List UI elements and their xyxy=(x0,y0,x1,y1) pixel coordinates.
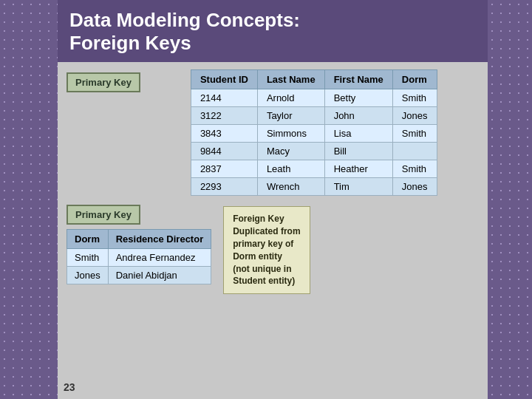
right-decoration xyxy=(488,0,532,399)
fk-note-line4: Dorm entity xyxy=(233,251,282,262)
student-section: Primary Key Student ID Last Name First N… xyxy=(66,69,479,196)
col-residence-director: Residence Director xyxy=(108,230,211,249)
table-cell: Leath xyxy=(257,160,324,178)
table-row: SmithAndrea Fernandez xyxy=(67,249,211,267)
table-cell: 3843 xyxy=(191,125,257,143)
table-cell: 2144 xyxy=(191,89,257,107)
title-line2: Foreign Keys xyxy=(69,32,191,54)
table-row: 3843SimmonsLisaSmith xyxy=(191,125,437,143)
table-cell: Jones xyxy=(392,178,437,196)
page: Data Modeling Concepts: Foreign Keys Pri… xyxy=(0,0,532,399)
fk-note-line6: Student entity) xyxy=(233,276,295,286)
col-student-id: Student ID xyxy=(191,70,257,89)
left-decoration xyxy=(0,0,58,399)
title-line1: Data Modeling Concepts: xyxy=(69,9,300,31)
table-cell: John xyxy=(324,107,392,125)
table-cell: 3122 xyxy=(191,107,257,125)
fk-note-line1: Foreign Key xyxy=(233,214,284,224)
col-dorm-name: Dorm xyxy=(67,230,109,249)
table-cell: Arnold xyxy=(257,89,324,107)
student-table: Student ID Last Name First Name Dorm 214… xyxy=(191,69,437,196)
header: Data Modeling Concepts: Foreign Keys xyxy=(58,0,488,62)
table-cell: Bill xyxy=(324,143,392,160)
table-row: JonesDaniel Abidjan xyxy=(67,267,211,284)
table-cell: Tim xyxy=(324,178,392,196)
table-cell: Daniel Abidjan xyxy=(108,267,211,284)
page-number: 23 xyxy=(64,381,75,393)
second-section: Primary Key Dorm Residence Director Smit… xyxy=(66,205,479,294)
student-table-container: Student ID Last Name First Name Dorm 214… xyxy=(191,69,437,196)
fk-note-line3: primary key of xyxy=(233,239,293,249)
table-row: 2837LeathHeatherSmith xyxy=(191,160,437,178)
table-cell: Betty xyxy=(324,89,392,107)
table-cell: Lisa xyxy=(324,125,392,143)
col-last-name: Last Name xyxy=(257,70,324,89)
table-cell: Smith xyxy=(392,89,437,107)
second-primary-key-area: Primary Key Dorm Residence Director Smit… xyxy=(66,205,211,284)
dorm-table: Dorm Residence Director SmithAndrea Fern… xyxy=(66,229,211,284)
fk-note-box: Foreign Key Duplicated from primary key … xyxy=(223,206,310,294)
table-cell: Smith xyxy=(392,160,437,178)
table-cell: Macy xyxy=(257,143,324,160)
primary-key-badge-1: Primary Key xyxy=(66,72,140,92)
table-cell: Jones xyxy=(67,267,109,284)
table-cell: 9844 xyxy=(191,143,257,160)
page-title: Data Modeling Concepts: Foreign Keys xyxy=(69,9,476,55)
table-cell: Smith xyxy=(392,125,437,143)
table-cell: Simmons xyxy=(257,125,324,143)
table-cell: 2837 xyxy=(191,160,257,178)
table-row: 9844MacyBill xyxy=(191,143,437,160)
primary-key-badge-2: Primary Key xyxy=(66,205,140,225)
dorm-table-container: Dorm Residence Director SmithAndrea Fern… xyxy=(66,229,211,284)
fk-note-line5: (not unique in xyxy=(233,264,291,274)
col-dorm: Dorm xyxy=(392,70,437,89)
col-first-name: First Name xyxy=(324,70,392,89)
fk-note-line2: Duplicated from xyxy=(233,226,300,236)
table-cell xyxy=(392,143,437,160)
table-cell: Andrea Fernandez xyxy=(108,249,211,267)
table-cell: Heather xyxy=(324,160,392,178)
table-cell: Smith xyxy=(67,249,109,267)
table-row: 2293WrenchTimJones xyxy=(191,178,437,196)
main-content: Data Modeling Concepts: Foreign Keys Pri… xyxy=(58,0,488,399)
table-cell: Taylor xyxy=(257,107,324,125)
table-cell: Jones xyxy=(392,107,437,125)
content-area: Primary Key Student ID Last Name First N… xyxy=(58,62,488,301)
table-cell: Wrench xyxy=(257,178,324,196)
table-row: 3122TaylorJohnJones xyxy=(191,107,437,125)
table-row: 2144ArnoldBettySmith xyxy=(191,89,437,107)
table-cell: 2293 xyxy=(191,178,257,196)
